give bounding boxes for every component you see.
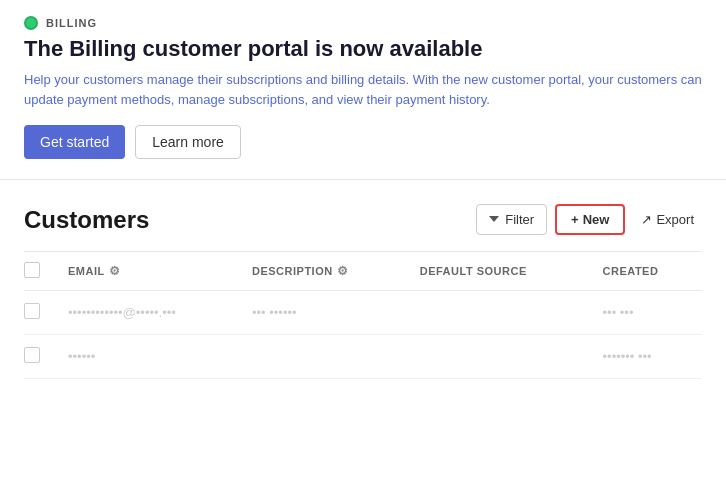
filter-button[interactable]: Filter bbox=[476, 204, 547, 235]
export-arrow-icon: ↗ bbox=[641, 212, 652, 227]
table-header-row: EMAIL ⚙ DESCRIPTION ⚙ DEFAULT SOURCE CRE… bbox=[24, 252, 702, 291]
billing-banner: BILLING The Billing customer portal is n… bbox=[0, 0, 726, 180]
customers-title: Customers bbox=[24, 206, 149, 234]
billing-status-dot bbox=[24, 16, 38, 30]
customers-table: EMAIL ⚙ DESCRIPTION ⚙ DEFAULT SOURCE CRE… bbox=[24, 251, 702, 379]
row2-email[interactable]: •••••• bbox=[56, 335, 240, 379]
row1-checkbox[interactable] bbox=[24, 303, 40, 319]
col-email: EMAIL ⚙ bbox=[56, 252, 240, 291]
header-checkbox[interactable] bbox=[24, 262, 40, 278]
col-default-source: DEFAULT SOURCE bbox=[408, 252, 591, 291]
row1-checkbox-cell bbox=[24, 291, 56, 335]
row2-default-source bbox=[408, 335, 591, 379]
email-column-label: EMAIL bbox=[68, 265, 105, 277]
row1-default-source bbox=[408, 291, 591, 335]
customers-actions: Filter + New ↗ Export bbox=[476, 204, 702, 235]
row2-created: ••••••• ••• bbox=[591, 335, 702, 379]
row2-description bbox=[240, 335, 408, 379]
new-label: New bbox=[583, 212, 610, 227]
table-row: ••••••••••••@•••••.••• ••• •••••• ••• ••… bbox=[24, 291, 702, 335]
banner-description: Help your customers manage their subscri… bbox=[24, 70, 702, 109]
filter-label: Filter bbox=[505, 212, 534, 227]
description-column-label: DESCRIPTION bbox=[252, 265, 333, 277]
row2-checkbox-cell bbox=[24, 335, 56, 379]
billing-label: BILLING bbox=[46, 17, 97, 29]
row1-email[interactable]: ••••••••••••@•••••.••• bbox=[56, 291, 240, 335]
banner-header: BILLING bbox=[24, 16, 702, 30]
export-label: Export bbox=[656, 212, 694, 227]
new-button[interactable]: + New bbox=[555, 204, 625, 235]
filter-icon bbox=[489, 216, 499, 222]
col-created: CREATED bbox=[591, 252, 702, 291]
row2-checkbox[interactable] bbox=[24, 347, 40, 363]
banner-title: The Billing customer portal is now avail… bbox=[24, 36, 702, 62]
created-column-label: CREATED bbox=[603, 265, 659, 277]
get-started-button[interactable]: Get started bbox=[24, 125, 125, 159]
email-gear-icon[interactable]: ⚙ bbox=[109, 264, 121, 278]
default-source-column-label: DEFAULT SOURCE bbox=[420, 265, 527, 277]
col-checkbox bbox=[24, 252, 56, 291]
export-button[interactable]: ↗ Export bbox=[633, 205, 702, 234]
banner-actions: Get started Learn more bbox=[24, 125, 702, 159]
customers-header: Customers Filter + New ↗ Export bbox=[24, 204, 702, 235]
description-gear-icon[interactable]: ⚙ bbox=[337, 264, 349, 278]
table-row: •••••• ••••••• ••• bbox=[24, 335, 702, 379]
row1-created: ••• ••• bbox=[591, 291, 702, 335]
customers-section: Customers Filter + New ↗ Export bbox=[0, 180, 726, 379]
col-description: DESCRIPTION ⚙ bbox=[240, 252, 408, 291]
plus-icon: + bbox=[571, 212, 579, 227]
learn-more-button[interactable]: Learn more bbox=[135, 125, 241, 159]
row1-description: ••• •••••• bbox=[240, 291, 408, 335]
